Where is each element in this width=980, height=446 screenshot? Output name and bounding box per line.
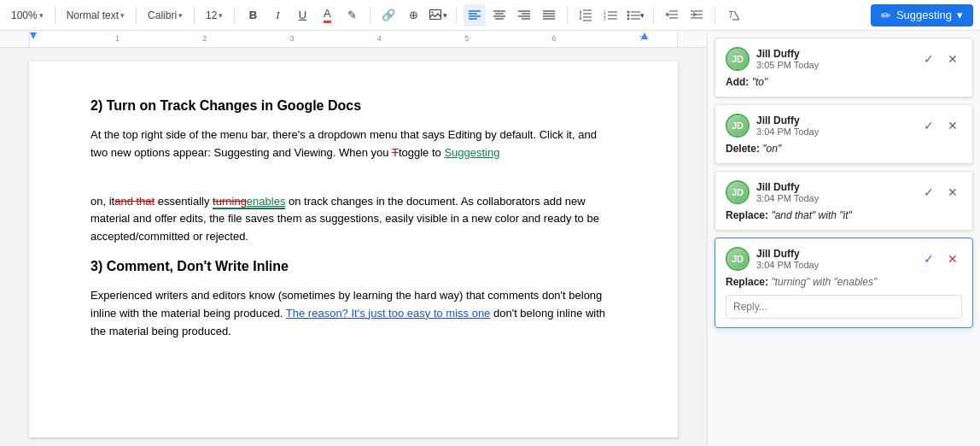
- strikethrough-T: T: [392, 146, 399, 159]
- suggesting-icon: ✏: [881, 9, 891, 22]
- svg-text:T: T: [728, 10, 734, 20]
- image-button[interactable]: ▾: [427, 4, 449, 26]
- text-color-button[interactable]: A: [316, 4, 338, 26]
- replace-word: turningenables: [213, 195, 285, 209]
- section-gap-1: [90, 173, 616, 193]
- comment-3-value: "and that" with "it": [771, 209, 851, 221]
- comment-card-2: JD Jill Duffy 3:04 PM Today ✓ ✕ Delete: …: [715, 104, 973, 164]
- style-selector[interactable]: Normal text ▾: [62, 7, 129, 24]
- comment-4-actions: ✓ ✕: [919, 249, 962, 268]
- zoom-value: 100%: [11, 9, 38, 21]
- insert-button[interactable]: ⊕: [402, 4, 424, 26]
- comment-3-time: 3:04 PM Today: [756, 193, 913, 203]
- ruler-mark-4: 4: [377, 34, 382, 43]
- align-right-button[interactable]: [513, 4, 535, 26]
- comment-1-body: Add: "to": [726, 76, 962, 88]
- comment-1-reject-button[interactable]: ✕: [943, 50, 962, 68]
- divider-3: [194, 7, 195, 24]
- comment-1-value: "to": [752, 76, 768, 88]
- comment-1-time: 3:05 PM Today: [756, 60, 913, 70]
- comment-2-reject-button[interactable]: ✕: [943, 116, 962, 135]
- document-page: 2) Turn on Track Changes in Google Docs …: [29, 62, 678, 437]
- comment-4-value: "turning" with "enables": [771, 276, 877, 288]
- font-dropdown-arrow: ▾: [178, 11, 183, 20]
- bold-button[interactable]: B: [242, 4, 264, 26]
- comment-card-3: JD Jill Duffy 3:04 PM Today ✓ ✕ Replace:…: [715, 171, 973, 231]
- align-justify-button[interactable]: [538, 4, 560, 26]
- svg-text:3: 3: [604, 16, 606, 21]
- comment-3-label: Replace:: [726, 209, 768, 221]
- ruler-mark-1: 1: [115, 34, 120, 43]
- numbered-list-button[interactable]: 123: [599, 4, 621, 26]
- ruler-mark-3: 3: [289, 34, 294, 43]
- divider-1: [55, 7, 55, 24]
- comment-4-time: 3:04 PM Today: [756, 260, 913, 270]
- comment-3-actions: ✓ ✕: [919, 183, 962, 202]
- comment-4-accept-button[interactable]: ✓: [919, 249, 938, 268]
- ruler: 1 2 3 4 5 6 7: [0, 31, 707, 48]
- style-label: Normal text: [67, 9, 119, 21]
- link-button[interactable]: 🔗: [377, 4, 400, 26]
- bulleted-list-button[interactable]: ▾: [624, 4, 646, 26]
- paragraph-1: At the top right side of the menu bar, t…: [90, 126, 616, 162]
- avatar-3: JD: [726, 180, 750, 204]
- comment-1-accept-button[interactable]: ✓: [919, 50, 938, 68]
- align-center-button[interactable]: [488, 4, 510, 26]
- comment-2-body: Delete: "on": [726, 143, 962, 155]
- document-area: 1 2 3 4 5 6 7 2) Turn on Track Changes i…: [0, 31, 707, 446]
- reply-input[interactable]: [726, 295, 962, 319]
- highlight-button[interactable]: ✎: [341, 4, 363, 26]
- suggesting-link: Suggesting: [444, 146, 499, 159]
- italic-button[interactable]: I: [266, 4, 289, 26]
- comment-card-4: JD Jill Duffy 3:04 PM Today ✓ ✕ Replace:…: [715, 238, 973, 328]
- svg-line-41: [734, 11, 739, 20]
- svg-point-32: [627, 17, 629, 20]
- comment-3-header: JD Jill Duffy 3:04 PM Today ✓ ✕: [726, 180, 962, 204]
- svg-point-30: [627, 14, 629, 16]
- comment-4-author-info: Jill Duffy 3:04 PM Today: [756, 248, 913, 270]
- suggesting-dropdown-arrow: ▾: [957, 9, 963, 21]
- line-spacing-button[interactable]: [575, 4, 597, 26]
- comment-4-reject-button[interactable]: ✕: [943, 249, 962, 268]
- comments-sidebar: JD Jill Duffy 3:05 PM Today ✓ ✕ Add: "to…: [707, 31, 980, 446]
- comment-2-label: Delete:: [726, 143, 760, 155]
- comment-1-label: Add:: [726, 76, 749, 88]
- zoom-selector[interactable]: 100% ▾: [7, 7, 48, 24]
- comment-2-author: Jill Duffy: [756, 114, 913, 126]
- indent-decrease-button[interactable]: [661, 4, 683, 26]
- comment-3-body: Replace: "and that" with "it": [726, 209, 962, 221]
- comment-4-author: Jill Duffy: [756, 248, 913, 260]
- style-dropdown-arrow: ▾: [120, 11, 125, 20]
- font-label: Calibri: [148, 9, 177, 21]
- ruler-mark-2: 2: [202, 34, 207, 43]
- ruler-mark-6: 6: [551, 34, 556, 43]
- comment-3-accept-button[interactable]: ✓: [919, 183, 938, 202]
- toolbar: 100% ▾ Normal text ▾ Calibri ▾ 12 ▾: [0, 0, 980, 31]
- align-left-button[interactable]: [464, 4, 486, 26]
- comment-2-time: 3:04 PM Today: [756, 126, 913, 137]
- heading-2: 2) Turn on Track Changes in Google Docs: [90, 96, 616, 116]
- heading-3: 3) Comment, Don't Write Inline: [90, 256, 616, 277]
- svg-point-28: [627, 10, 629, 13]
- divider-5: [370, 7, 370, 24]
- clear-format-button[interactable]: T: [722, 4, 744, 26]
- comment-4-body: Replace: "turning" with "enables": [726, 276, 962, 288]
- indent-increase-button[interactable]: [685, 4, 708, 26]
- comment-2-author-info: Jill Duffy 3:04 PM Today: [756, 114, 913, 137]
- left-tab-marker[interactable]: [30, 32, 37, 39]
- suggesting-button[interactable]: ✏ Suggesting ▾: [871, 4, 973, 26]
- font-size-selector[interactable]: 12 ▾: [201, 7, 227, 24]
- para3-link: The reason? It's just too easy to miss o…: [286, 307, 491, 320]
- avatar-1: JD: [726, 47, 750, 71]
- divider-8: [653, 7, 654, 24]
- font-selector[interactable]: Calibri ▾: [143, 7, 187, 24]
- comment-4-header: JD Jill Duffy 3:04 PM Today ✓ ✕: [726, 247, 962, 271]
- divider-6: [456, 7, 457, 24]
- comment-3-reject-button[interactable]: ✕: [943, 183, 962, 202]
- font-size-value: 12: [206, 9, 217, 21]
- comment-2-accept-button[interactable]: ✓: [919, 116, 938, 135]
- divider-4: [234, 7, 235, 24]
- underline-button[interactable]: U: [291, 4, 313, 26]
- comment-2-actions: ✓ ✕: [919, 116, 962, 135]
- divider-9: [715, 7, 715, 24]
